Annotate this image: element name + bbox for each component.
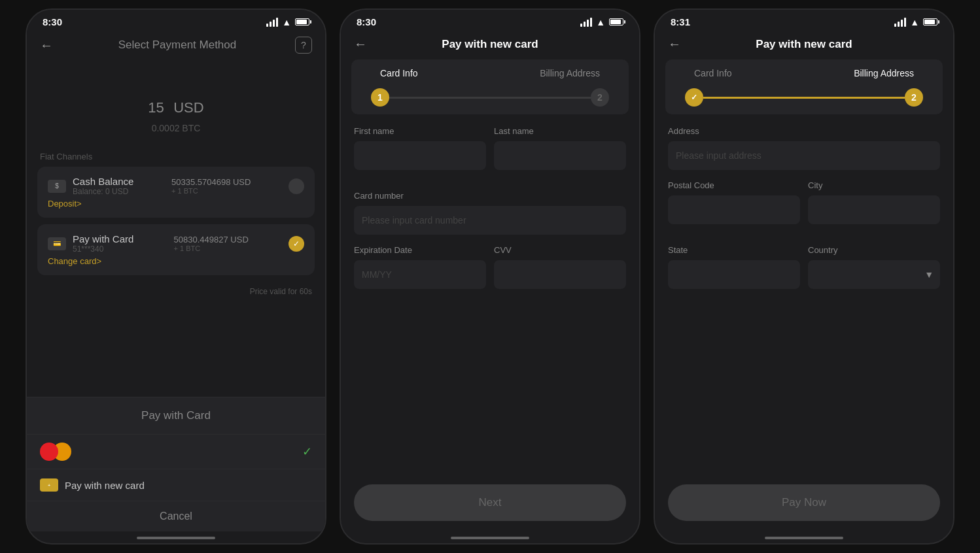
- pay-with-card-button[interactable]: Pay with Card: [27, 397, 325, 434]
- new-card-icon: +: [40, 478, 58, 492]
- back-button-3[interactable]: ←: [668, 37, 688, 52]
- billing-address-label-3: Billing Address: [854, 67, 914, 79]
- phone-1: 8:30 ▲ ← Select Payment Method ?: [26, 8, 326, 545]
- signal-icon-3: [894, 18, 906, 27]
- pay-with-card-option[interactable]: 💳 Pay with Card 51***340 50830.449827 US…: [37, 224, 315, 275]
- time-2: 8:30: [357, 16, 376, 27]
- phone-3: 8:31 ▲ ← Pay with new card: [654, 8, 954, 545]
- fiat-channels-label: Fiat Channels: [27, 146, 325, 167]
- first-name-label: First name: [354, 126, 486, 136]
- step-2-circle: 2: [591, 88, 609, 107]
- state-label: State: [668, 245, 800, 255]
- amount-section: 15 USD 0.0002 BTC: [27, 61, 325, 146]
- back-button-2[interactable]: ←: [354, 37, 374, 52]
- cash-balance-btc: + 1 BTC: [171, 187, 251, 195]
- cvv-label: CVV: [494, 245, 626, 255]
- cvv-input[interactable]: [494, 260, 626, 289]
- page-header-1: ← Select Payment Method ?: [27, 31, 325, 61]
- help-button[interactable]: ?: [295, 37, 312, 54]
- expiration-input[interactable]: [354, 260, 486, 289]
- billing-form: Address Postal Code City State: [655, 116, 953, 474]
- cash-balance-check: [289, 178, 304, 194]
- card-icon: 💳: [48, 237, 66, 250]
- cash-balance-option[interactable]: $ Cash Balance Balance: 0 USD 50335.5704…: [37, 167, 315, 218]
- wifi-icon-3: ▲: [910, 17, 919, 27]
- page-header-2: ← Pay with new card: [341, 31, 639, 59]
- status-bar-1: 8:30 ▲: [27, 10, 325, 31]
- card-sub: 51***340: [73, 244, 133, 254]
- billing-address-label: Billing Address: [540, 67, 600, 79]
- time-3: 8:31: [671, 16, 690, 27]
- saved-card-row[interactable]: ✓: [27, 434, 325, 469]
- step-1-circle: 1: [371, 88, 389, 107]
- card-btc: + 1 BTC: [174, 244, 249, 252]
- change-card-link[interactable]: Change card>: [48, 256, 304, 266]
- status-bar-3: 8:31 ▲: [655, 10, 953, 31]
- bottom-action: Pay with Card ✓ + Pay with new card Canc…: [27, 397, 325, 531]
- deposit-link[interactable]: Deposit>: [48, 199, 304, 209]
- page-title-1: Select Payment Method: [118, 39, 236, 52]
- card-number-input[interactable]: [354, 206, 626, 235]
- expiration-label: Expiration Date: [354, 245, 486, 255]
- price-valid: Price valid for 60s: [27, 282, 325, 301]
- step-indicator-3: Card Info Billing Address ✓ 2: [665, 59, 943, 114]
- step-2-circle-3: 2: [905, 88, 923, 107]
- new-card-label: Pay with new card: [65, 480, 145, 491]
- home-indicator-3: [765, 537, 843, 539]
- page-title-2: Pay with new card: [442, 38, 538, 51]
- card-info-label: Card Info: [380, 67, 418, 79]
- card-amount: 50830.449827 USD: [174, 235, 249, 244]
- wifi-icon-2: ▲: [596, 17, 605, 27]
- last-name-input[interactable]: [494, 141, 626, 170]
- postal-code-input[interactable]: [668, 195, 800, 224]
- signal-icon: [266, 18, 278, 27]
- home-indicator-1: [137, 537, 215, 539]
- status-icons-1: ▲: [266, 17, 309, 27]
- battery-icon-2: [609, 18, 623, 25]
- new-card-option[interactable]: + Pay with new card: [27, 469, 325, 501]
- card-info-label-3: Card Info: [694, 67, 732, 79]
- step-line: [389, 97, 591, 99]
- step-line-3: [703, 97, 905, 99]
- address-label: Address: [668, 126, 940, 136]
- step-indicator-2: Card Info Billing Address 1 2: [351, 59, 629, 114]
- page-title-3: Pay with new card: [756, 38, 852, 51]
- card-number-label: Card number: [354, 191, 626, 201]
- battery-icon: [295, 18, 309, 25]
- status-icons-3: ▲: [894, 17, 937, 27]
- amount-display: 15 USD: [40, 81, 312, 120]
- country-input[interactable]: [808, 260, 940, 289]
- wifi-icon: ▲: [282, 17, 291, 27]
- first-name-input[interactable]: [354, 141, 486, 170]
- postal-code-label: Postal Code: [668, 180, 800, 190]
- card-selected-check: ✓: [289, 236, 304, 252]
- city-input[interactable]: [808, 195, 940, 224]
- signal-icon-2: [580, 18, 592, 27]
- card-form: First name Last name Card number Expirat…: [341, 116, 639, 474]
- time-1: 8:30: [43, 16, 62, 27]
- next-button[interactable]: Next: [354, 484, 626, 521]
- pay-card-name: Pay with Card: [73, 233, 133, 244]
- card-selected-indicator: ✓: [302, 444, 312, 459]
- address-input[interactable]: [668, 141, 940, 170]
- page-header-3: ← Pay with new card: [655, 31, 953, 59]
- cash-balance-name: Cash Balance: [73, 176, 133, 187]
- back-button-1[interactable]: ←: [40, 38, 60, 53]
- cash-icon: $: [48, 180, 66, 193]
- country-label: Country: [808, 245, 940, 255]
- cash-balance-amount: 50335.5704698 USD: [171, 177, 251, 187]
- step-1-circle-done: ✓: [685, 88, 703, 107]
- amount-btc: 0.0002 BTC: [40, 123, 312, 133]
- home-indicator-2: [451, 537, 529, 539]
- battery-icon-3: [923, 18, 937, 25]
- cancel-button[interactable]: Cancel: [27, 501, 325, 531]
- city-label: City: [808, 180, 940, 190]
- last-name-label: Last name: [494, 126, 626, 136]
- pay-now-button[interactable]: Pay Now: [668, 484, 940, 521]
- state-input[interactable]: [668, 260, 800, 289]
- phone-2: 8:30 ▲ ← Pay with new card: [340, 8, 640, 545]
- dropdown-chevron-icon: ▼: [924, 269, 934, 280]
- status-icons-2: ▲: [580, 17, 623, 27]
- cash-balance-sub: Balance: 0 USD: [73, 187, 133, 196]
- status-bar-2: 8:30 ▲: [341, 10, 639, 31]
